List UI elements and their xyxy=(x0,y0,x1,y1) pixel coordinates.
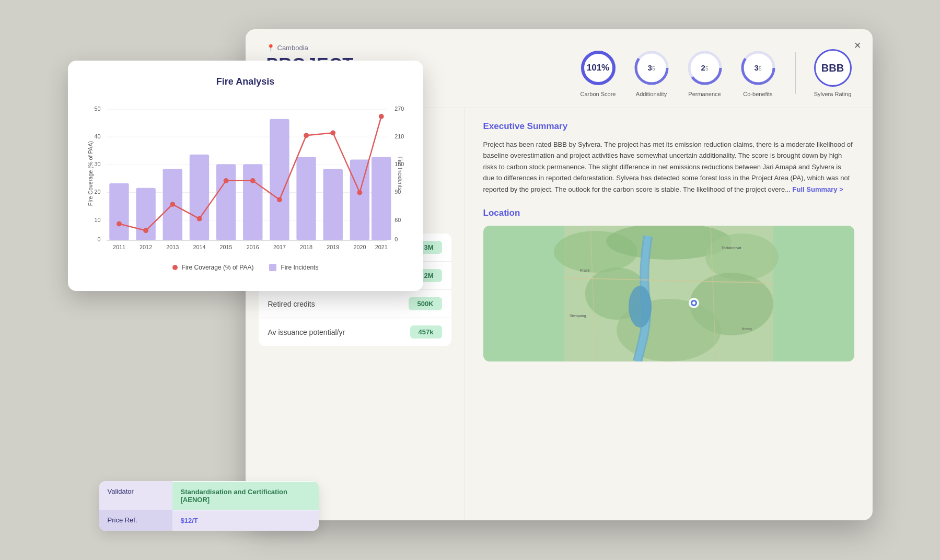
price-label: Price Ref. xyxy=(99,510,172,531)
executive-summary-title: Executive Summary xyxy=(483,121,854,132)
permanence-denom: 5 xyxy=(705,66,709,72)
score-indicators: 101% Carbon Score 35 xyxy=(579,44,852,97)
location-title: Location xyxy=(483,208,854,218)
score-divider xyxy=(795,52,796,94)
svg-text:10: 10 xyxy=(94,217,100,223)
legend-line: Fire Coverage (% of PAA) xyxy=(172,264,254,271)
issuance-value-2: 500K xyxy=(409,297,442,310)
legend-dot-icon xyxy=(172,265,178,270)
sylvera-label: Sylvera Rating xyxy=(814,91,852,97)
svg-text:2020: 2020 xyxy=(353,244,366,250)
validator-value: Standardisation and Certification [AENOR… xyxy=(172,481,319,510)
fire-analysis-chart: 50 40 30 20 10 0 270 210 150 90 60 0 Fir… xyxy=(86,98,405,254)
bar-2011 xyxy=(109,183,129,240)
full-summary-link[interactable]: Full Summary > xyxy=(793,185,843,193)
svg-text:2012: 2012 xyxy=(140,244,152,250)
svg-point-46 xyxy=(629,286,652,328)
permanence-ring: 25 xyxy=(686,49,724,87)
svg-text:Kratié: Kratié xyxy=(580,269,589,272)
permanence-label: Permanence xyxy=(688,91,721,97)
location-pin-icon: 📍 xyxy=(266,44,275,52)
chart-legend: Fire Coverage (% of PAA) Fire Incidents xyxy=(86,264,405,271)
cobenefits-denom: 5 xyxy=(759,66,762,72)
bar-2018 xyxy=(296,157,316,240)
close-button[interactable]: × xyxy=(854,39,861,52)
svg-text:2011: 2011 xyxy=(112,244,125,250)
right-panel: Executive Summary Project has been rated… xyxy=(465,108,873,520)
svg-text:50: 50 xyxy=(94,106,100,112)
legend-line-label: Fire Coverage (% of PAA) xyxy=(182,264,254,271)
dot-2021 xyxy=(378,114,384,119)
issuance-row-3: Av issuance potential/yr 457k xyxy=(259,318,451,346)
svg-text:2014: 2014 xyxy=(193,244,205,250)
svg-text:2018: 2018 xyxy=(300,244,312,250)
issuance-label-2: Retired credits xyxy=(268,300,315,308)
svg-text:40: 40 xyxy=(94,133,100,139)
svg-text:2015: 2015 xyxy=(219,244,232,250)
project-location: 📍 Cambodia xyxy=(266,44,354,52)
chart-area: 50 40 30 20 10 0 270 210 150 90 60 0 Fir… xyxy=(86,98,405,275)
additionality-ring: 35 xyxy=(633,49,670,87)
fire-analysis-title: Fire Analysis xyxy=(86,76,405,87)
bar-2017 xyxy=(270,119,289,240)
additionality-item: 35 Additionality xyxy=(633,49,670,97)
carbon-score-value: 101% xyxy=(587,63,609,73)
svg-point-52 xyxy=(692,301,695,305)
carbon-score-label: Carbon Score xyxy=(581,91,616,97)
issuance-value-3: 457k xyxy=(410,325,442,339)
svg-text:210: 210 xyxy=(394,133,404,139)
bar-2021 xyxy=(372,157,391,240)
svg-text:Siempang: Siempang xyxy=(570,314,586,318)
carbon-score-item: 101% Carbon Score xyxy=(579,49,617,97)
svg-text:Thalaborivat: Thalaborivat xyxy=(721,246,741,250)
cobenefits-value: 35 xyxy=(755,63,762,73)
price-value: $12/T xyxy=(172,510,319,531)
svg-text:2017: 2017 xyxy=(273,244,285,250)
cobenefits-ring: 35 xyxy=(739,49,777,87)
svg-text:60: 60 xyxy=(394,217,401,223)
svg-text:270: 270 xyxy=(394,106,404,112)
dot-2014 xyxy=(196,216,202,221)
permanence-value: 25 xyxy=(701,63,709,73)
additionality-value: 35 xyxy=(648,63,655,73)
dot-2020 xyxy=(357,190,362,195)
table-row-validator: Validator Standardisation and Certificat… xyxy=(99,481,319,510)
svg-text:2016: 2016 xyxy=(246,244,259,250)
validator-label: Validator xyxy=(99,481,172,510)
dot-2019 xyxy=(330,130,335,135)
location-section: Location xyxy=(483,208,854,361)
executive-summary-text: Project has been rated BBB by Sylvera. T… xyxy=(483,139,854,195)
dot-2017 xyxy=(277,197,282,202)
dot-2011 xyxy=(117,221,122,227)
bar-2020 xyxy=(350,160,369,240)
dot-2012 xyxy=(143,228,148,233)
map-container: Kratié Thalaborivat Krong Siempang xyxy=(483,226,854,361)
sylvera-rating-item: BBB Sylvera Rating xyxy=(814,49,852,97)
svg-text:2019: 2019 xyxy=(327,244,339,250)
issuance-label-3: Av issuance potential/yr xyxy=(268,328,345,336)
dot-2015 xyxy=(223,178,228,183)
svg-text:30: 30 xyxy=(94,161,100,167)
legend-bar: Fire Incidents xyxy=(269,264,318,271)
carbon-score-ring: 101% xyxy=(579,49,617,87)
bottom-table-card: Validator Standardisation and Certificat… xyxy=(99,481,319,531)
dot-2016 xyxy=(250,178,255,183)
svg-text:2021: 2021 xyxy=(375,244,387,250)
project-location-text: Cambodia xyxy=(277,44,308,52)
bar-2014 xyxy=(189,155,208,240)
bar-2015 xyxy=(216,164,235,240)
svg-point-42 xyxy=(705,234,779,281)
map-svg: Kratié Thalaborivat Krong Siempang xyxy=(483,226,854,361)
sylvera-value: BBB xyxy=(821,62,844,74)
cobenefits-item: 35 Co-benefits xyxy=(739,49,777,97)
legend-bar-icon xyxy=(269,264,276,271)
svg-text:2013: 2013 xyxy=(166,244,179,250)
legend-bar-label: Fire Incidents xyxy=(281,264,318,271)
svg-text:20: 20 xyxy=(94,189,100,195)
fire-analysis-card: Fire Analysis 50 40 30 20 10 0 270 210 1… xyxy=(68,61,423,291)
dot-2013 xyxy=(170,202,175,207)
dot-2018 xyxy=(304,133,309,138)
executive-summary-section: Executive Summary Project has been rated… xyxy=(483,121,854,195)
permanence-item: 25 Permanence xyxy=(686,49,724,97)
sylvera-circle: BBB xyxy=(814,49,852,87)
